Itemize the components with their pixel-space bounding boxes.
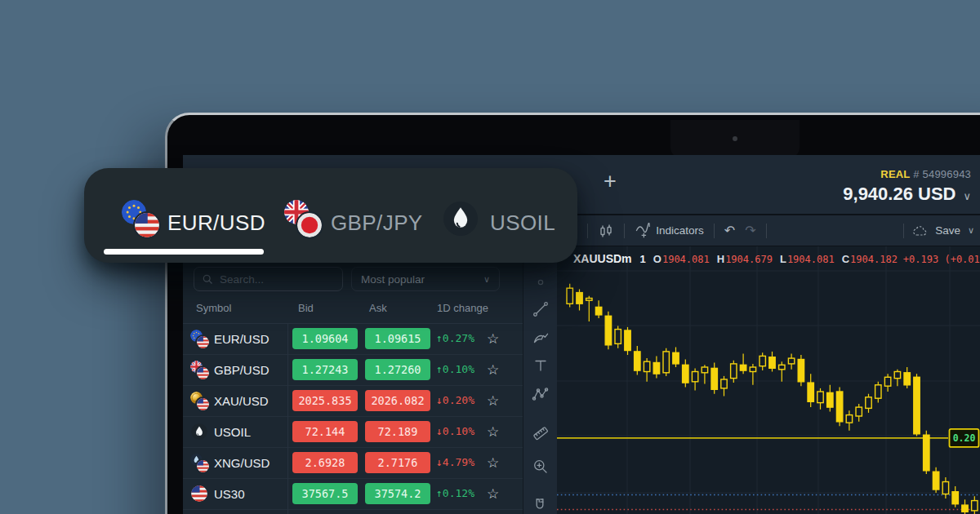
col-change: 1D change (437, 302, 488, 314)
bid-cell[interactable]: 1.27243 (292, 359, 358, 380)
divider (766, 224, 767, 238)
instrument-switcher: EUR/USD GBP/JPY USOIL (84, 168, 577, 263)
change-label: ↓0.20% (436, 394, 474, 406)
ask-cell[interactable]: 1.27260 (365, 359, 430, 380)
tab-usoil[interactable]: USOIL (443, 168, 577, 263)
divider (587, 224, 588, 238)
search-input[interactable] (218, 273, 335, 286)
cloud-save-icon (911, 223, 928, 239)
table-header: Symbol Bid Ask 1D change (183, 302, 523, 318)
bid-cell[interactable]: 72.144 (292, 421, 358, 442)
table-row[interactable]: EUR/USD 1.09604 1.09615 ↑0.27% ☆ (183, 324, 523, 355)
indicators-icon (635, 223, 651, 239)
star-icon[interactable]: ☆ (487, 454, 499, 472)
instrument-icon (190, 330, 209, 348)
undo-icon[interactable]: ↶ (724, 223, 735, 238)
page: + REAL # 54996943 9,940.26 USD∨ m (0, 0, 980, 514)
star-icon[interactable]: ☆ (487, 392, 499, 410)
tool-zoom-in-icon[interactable] (532, 458, 550, 476)
bid-cell[interactable]: 2.6928 (292, 452, 358, 473)
account-number: # 54996943 (913, 168, 971, 180)
tool-ruler-icon[interactable] (532, 424, 550, 442)
bid-cell[interactable]: 2025.835 (292, 390, 358, 411)
watchlist-panel: Most popular ∨ Symbol Bid Ask 1D change … (183, 246, 523, 514)
tool-pattern-icon[interactable] (532, 385, 550, 403)
search-box[interactable] (194, 267, 343, 291)
table-row[interactable]: GBP/USD 1.27243 1.27260 ↑0.10% ☆ (183, 355, 523, 386)
watchlist-rows: EUR/USD 1.09604 1.09615 ↑0.27% ☆ GBP/USD… (183, 324, 523, 514)
divider (624, 224, 625, 238)
change-label: ↑0.10% (436, 363, 474, 375)
save-button[interactable]: Save (935, 224, 960, 237)
table-row[interactable]: XAU/USD 2025.835 2026.082 ↓0.20% ☆ (183, 386, 523, 417)
symbol-label: US30 (214, 487, 245, 501)
eur-usd-flags-icon (122, 200, 159, 239)
instrument-icon (190, 423, 209, 441)
filter-dropdown[interactable]: Most popular ∨ (351, 267, 500, 291)
tool-text-icon[interactable] (532, 357, 550, 374)
gbp-jpy-flags-icon (284, 200, 322, 239)
change-label: ↑0.12% (436, 487, 474, 499)
table-row[interactable]: US30 37567.5 37574.2 ↑0.12% ☆ (183, 479, 523, 510)
star-icon[interactable]: ☆ (487, 423, 499, 441)
filter-value: Most popular (361, 273, 425, 286)
divider (714, 224, 715, 238)
instrument-icon (190, 361, 209, 379)
svg-text:0.20: 0.20 (953, 432, 976, 444)
table-row[interactable]: USOIL 72.144 72.189 ↓0.10% ☆ (183, 417, 523, 448)
tool-magnet-icon[interactable] (532, 496, 550, 514)
ask-cell[interactable]: 37574.2 (365, 483, 430, 504)
change-label: ↓4.79% (436, 456, 474, 468)
star-icon[interactable]: ☆ (487, 485, 499, 503)
add-instrument-button[interactable]: + (598, 170, 622, 194)
account-info: REAL # 54996943 9,940.26 USD∨ (843, 168, 971, 205)
search-icon (202, 273, 213, 285)
candle-chart-type-icon[interactable] (598, 223, 614, 239)
oil-icon (443, 202, 478, 239)
ask-cell[interactable]: 2026.082 (365, 390, 430, 411)
chevron-down-icon: ∨ (483, 274, 490, 285)
tab-gbpjpy[interactable]: GBP/JPY (284, 168, 456, 263)
ohlc-readout: XAUUSDm1O1904.081H1904.679L1904.081C1904… (573, 252, 980, 265)
change-label: ↓0.10% (436, 425, 474, 437)
indicators-button[interactable]: Indicators (635, 223, 704, 239)
chevron-down-icon: ∨ (963, 190, 971, 202)
chart-symbol: XAUUSDm (573, 252, 632, 265)
change-label: ↑0.27% (436, 332, 474, 344)
drawing-toolbar (523, 246, 559, 514)
bid-cell[interactable]: 1.09604 (292, 328, 358, 349)
candlestick-chart: 0.20 (557, 246, 980, 514)
symbol-label: EUR/USD (214, 332, 270, 346)
chevron-down-icon[interactable]: ∨ (968, 225, 974, 236)
divider (903, 224, 904, 238)
redo-icon[interactable]: ↷ (745, 223, 755, 238)
col-bid: Bid (298, 302, 314, 314)
account-balance: 9,940.26 USD (843, 184, 956, 204)
tool-brush-icon[interactable] (532, 329, 550, 347)
ask-cell[interactable]: 1.09615 (365, 328, 430, 349)
symbol-label: XAU/USD (214, 394, 269, 408)
chart-change: +0.193 (+0.01%) (903, 254, 980, 265)
symbol-label: GBP/USD (214, 363, 270, 377)
symbol-label: USOIL (214, 425, 251, 439)
bid-cell[interactable]: 37567.5 (292, 483, 358, 504)
table-row[interactable]: XNG/USD 2.6928 2.7176 ↓4.79% ☆ (183, 448, 523, 479)
account-balance-dropdown[interactable]: 9,940.26 USD∨ (843, 184, 971, 205)
star-icon[interactable]: ☆ (487, 330, 499, 348)
camera-dot (733, 136, 737, 141)
col-ask: Ask (369, 302, 387, 314)
table-row[interactable] (183, 510, 523, 514)
ask-cell[interactable]: 72.189 (365, 421, 430, 442)
ask-cell[interactable]: 2.7176 (365, 452, 430, 473)
star-icon[interactable]: ☆ (487, 361, 499, 379)
tool-trend-line-icon[interactable] (532, 300, 550, 318)
active-tab-underline (104, 249, 264, 255)
symbol-label: XNG/USD (214, 456, 270, 470)
chart-area[interactable]: 0.20 XAUUSDm1O1904.081H1904.679L1904.081… (557, 246, 980, 514)
account-type-badge: REAL (880, 168, 910, 180)
tool-partial-icon (532, 269, 550, 287)
instrument-icon (190, 392, 209, 410)
col-symbol: Symbol (196, 302, 231, 314)
instrument-icon (190, 454, 209, 472)
divider (287, 324, 288, 514)
